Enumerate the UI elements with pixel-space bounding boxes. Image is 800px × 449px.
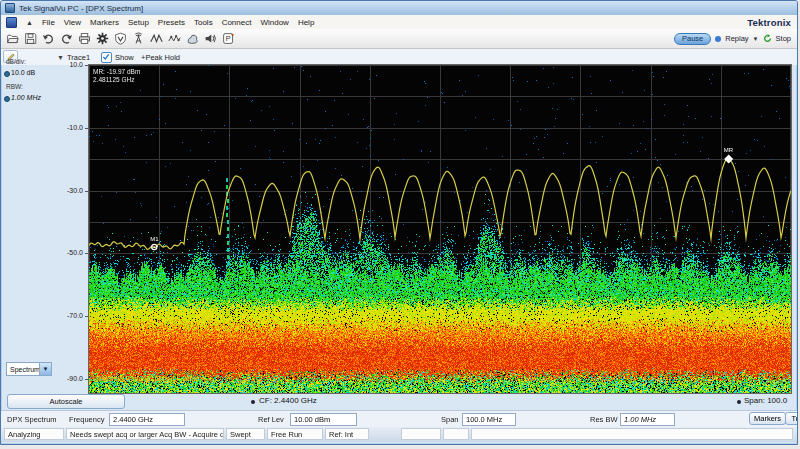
menu-bar: ▲ FileViewMarkersSetupPresetsToolsConnec…: [1, 15, 797, 30]
menu-item-tools[interactable]: Tools: [194, 18, 213, 27]
view-name-label: DPX Spectrum: [7, 415, 57, 424]
menu-items: FileViewMarkersSetupPresetsToolsConnectW…: [42, 18, 314, 27]
print-icon[interactable]: [77, 31, 94, 47]
stop-icon: [763, 34, 772, 43]
db-div-bullet-icon[interactable]: [4, 71, 10, 77]
span-readout[interactable]: Span: 100.0: [744, 396, 787, 405]
menu-item-connect[interactable]: Connect: [222, 18, 252, 27]
app-icon: [5, 3, 15, 13]
warmup-warning-text[interactable]: Data from warm-up period ... More»: [93, 375, 204, 382]
menu-item-file[interactable]: File: [42, 18, 55, 27]
frequency-label: Frequency: [69, 415, 104, 424]
y-axis-tick-mark: [85, 65, 88, 66]
waveform-points-icon[interactable]: [167, 31, 184, 47]
status-cell-empty-7: [471, 428, 793, 440]
span-bullet-icon[interactable]: [737, 400, 741, 404]
menu-item-markers[interactable]: Markers: [90, 18, 119, 27]
menu-item-help[interactable]: Help: [298, 18, 314, 27]
menu-item-presets[interactable]: Presets: [158, 18, 185, 27]
span-input[interactable]: [462, 413, 516, 426]
title-bar[interactable]: Tek SignalVu PC - [DPX Spectrum]: [1, 1, 797, 15]
pause-button[interactable]: Pause: [674, 33, 711, 45]
status-bar: AnalyzingNeeds swept acq or larger Acq B…: [1, 427, 797, 442]
spectrum-display: MR: -19.97 dBm 2.481125 GHz Data from wa…: [89, 65, 791, 393]
save-icon[interactable]: [23, 31, 40, 47]
status-cell-needs-swept-acq-or-l: Needs swept acq or larger Acq BW - Acqui…: [66, 428, 224, 440]
tektronix-logo: Tektronix: [747, 17, 791, 28]
status-cell-swept: Swept: [226, 428, 265, 440]
status-cell-free-run: Free Run: [267, 428, 323, 440]
y-axis-tick-mark: [85, 191, 88, 192]
autoscale-button[interactable]: Autoscale: [7, 394, 125, 409]
dropdown-arrow-icon[interactable]: ▼: [39, 363, 51, 375]
y-axis-tick-mark: [85, 128, 88, 129]
antenna-icon[interactable]: [131, 31, 148, 47]
speaker-icon[interactable]: [203, 31, 220, 47]
rbw-bullet-icon[interactable]: [4, 96, 10, 102]
cf-readout[interactable]: CF: 2.4400 GHz: [259, 396, 317, 405]
window-title: Tek SignalVu PC - [DPX Spectrum]: [19, 4, 143, 13]
y-axis-tick-label: -50.0: [45, 249, 83, 256]
y-axis-tick-label: -90.0: [45, 375, 83, 382]
frequency-input[interactable]: [109, 413, 185, 426]
view-selector-value: Spectrum: [10, 366, 40, 373]
toolbar-icons: P: [5, 31, 238, 47]
rbw-value[interactable]: 1.00 MHz: [11, 94, 41, 101]
ref-lev-input[interactable]: [290, 413, 357, 426]
show-label: Show: [115, 53, 134, 62]
redo-icon[interactable]: [59, 31, 76, 47]
y-axis-tick-label: -30.0: [45, 187, 83, 194]
res-bw-label: Res BW: [590, 415, 618, 424]
span-label: Span: [441, 415, 459, 424]
app-window: Tek SignalVu PC - [DPX Spectrum] ▲ FileV…: [0, 0, 798, 445]
replay-caret-icon[interactable]: ▼: [753, 36, 759, 42]
show-checkbox[interactable]: [101, 52, 112, 63]
undo-icon[interactable]: [41, 31, 58, 47]
menu-item-view[interactable]: View: [64, 18, 81, 27]
y-axis-tick-mark: [85, 253, 88, 254]
marker-readout: MR: -19.97 dBm 2.481125 GHz: [93, 68, 140, 84]
replay-icon: [715, 36, 721, 42]
status-cell-ref-int: Ref: Int: [325, 428, 369, 440]
main-toolbar: P Pause Replay ▼ Stop: [1, 29, 797, 49]
svg-text:P: P: [226, 34, 231, 43]
run-controls: Pause Replay ▼ Stop: [674, 33, 793, 45]
replay-label[interactable]: Replay: [725, 34, 748, 43]
settings-gear-icon[interactable]: [95, 31, 112, 47]
marker-readout-frequency: 2.481125 GHz: [93, 76, 140, 84]
res-bw-input[interactable]: [620, 413, 675, 426]
trace-dropdown-chevron-icon[interactable]: ▼: [57, 54, 64, 61]
y-axis-tick-label: -10.0: [45, 124, 83, 131]
trace-function-label[interactable]: +Peak Hold: [141, 53, 180, 62]
y-axis-tick-label: -70.0: [45, 312, 83, 319]
ref-lev-label: Ref Lev: [258, 415, 284, 424]
y-axis-tick-mark: [85, 316, 88, 317]
dpx-blob-icon[interactable]: [185, 31, 202, 47]
markers-button[interactable]: Markers: [749, 412, 786, 425]
child-window-icon[interactable]: [6, 17, 17, 28]
trace-bar: ▼ Trace1 Show +Peak Hold: [1, 49, 797, 65]
trace-button[interactable]: Tra: [785, 412, 798, 425]
db-div-label: dB/div:: [6, 58, 26, 65]
menu-item-window[interactable]: Window: [260, 18, 288, 27]
p-flag-icon[interactable]: P: [221, 31, 238, 47]
restore-arrow-icon[interactable]: ▲: [26, 19, 33, 26]
status-cell-empty-5: [401, 428, 441, 440]
settings-bar: DPX Spectrum Frequency Ref Lev Span Res …: [1, 410, 797, 427]
cf-bullet-icon[interactable]: [251, 400, 255, 404]
y-axis-tick-label: 10.0: [45, 61, 83, 68]
status-cell-analyzing: Analyzing: [4, 428, 64, 440]
status-cell-empty-6: [443, 428, 469, 440]
db-div-value[interactable]: 10.0 dB: [11, 69, 35, 76]
y-axis-tick-mark: [85, 379, 88, 380]
shield-icon[interactable]: [113, 31, 130, 47]
dpx-bitmap-canvas[interactable]: [89, 65, 791, 393]
open-icon[interactable]: [5, 31, 22, 47]
stop-label[interactable]: Stop: [776, 34, 791, 43]
menu-item-setup[interactable]: Setup: [128, 18, 149, 27]
marker-readout-amplitude: MR: -19.97 dBm: [93, 68, 140, 76]
rbw-label: RBW:: [6, 83, 23, 90]
waveform-icon[interactable]: [149, 31, 166, 47]
